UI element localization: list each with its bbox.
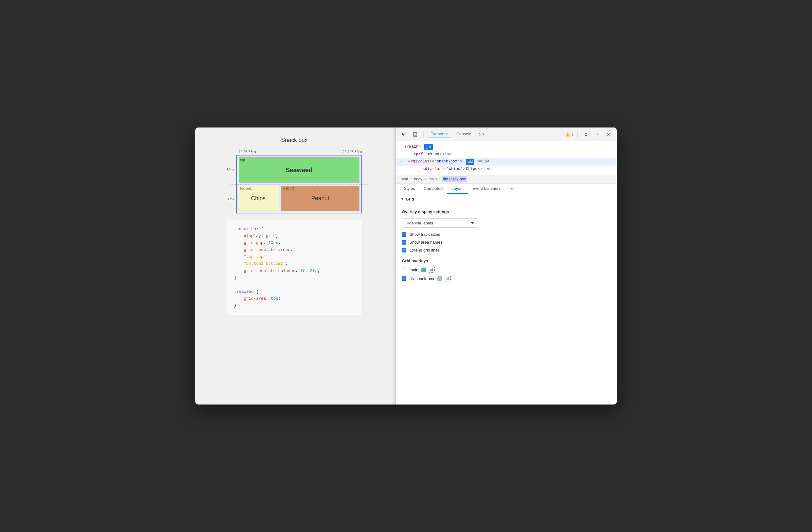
cell-bottom2: bottom2 Peanut — [281, 186, 360, 211]
grid-demo-container: 1fr·96.66px 2fr·193.32px 80px 80px top S… — [227, 150, 362, 213]
code-selector-2: .seaweed — [234, 289, 253, 294]
dom-text-chips: Chips — [466, 166, 477, 173]
overlay-row-main: main — [402, 267, 610, 272]
overlay-dropdown[interactable]: Hide line labels Show line numbers Show … — [402, 219, 477, 228]
dom-indent-3 — [400, 166, 422, 173]
devtools-toolbar: Elements Console >> ⚠️ 1 ⚙ ⋮ ✕ — [396, 127, 617, 141]
track-label-2: 2fr·193.32px — [343, 150, 362, 154]
more-options-btn[interactable]: ⋮ — [593, 130, 601, 139]
code-selector-1: .snack-box — [234, 227, 259, 232]
tab-elements[interactable]: Elements — [427, 130, 451, 138]
dom-attr-value-chips: "chips" — [447, 166, 462, 173]
swatch-snack-box — [437, 276, 442, 281]
dom-tag-p: <p> — [414, 151, 420, 158]
area-bottom1-label: bottom1 — [240, 187, 251, 190]
toolbar-separator-2 — [577, 131, 578, 138]
checkbox-label-track-sizes: Show track sizes — [409, 232, 440, 237]
dom-row-chips[interactable]: <div class= "chips" > Chips </div> — [396, 166, 617, 173]
dom-tag-div-close-bracket: > — [460, 158, 462, 165]
tab-console[interactable]: Console — [453, 130, 475, 138]
checkbox-row-track-sizes: Show track sizes — [402, 232, 610, 237]
code-block-2: .seaweed { grid-area: top; } — [234, 288, 355, 309]
checkbox-label-extend-grid: Extend grid lines — [409, 248, 440, 252]
row-height-2: 80px — [227, 197, 234, 201]
dom-badge-grid: grid — [424, 144, 433, 150]
breadcrumb: html › body › main › div.snack-box — [396, 175, 617, 183]
checkbox-label-area-names: Show area names — [409, 240, 443, 244]
dom-arrow: ▼ — [404, 144, 406, 150]
tab-event-listeners[interactable]: Event Listeners — [468, 183, 505, 194]
grid-section-title: Grid — [406, 197, 414, 201]
bc-sep-3: › — [439, 177, 440, 181]
checkbox-extend-grid-lines[interactable] — [402, 248, 406, 252]
settings-btn[interactable]: ⚙ — [581, 130, 590, 139]
dom-row-div-snack-box[interactable]: ··· ▼ <div class= "snack-box" > grid == … — [396, 158, 617, 166]
bc-main[interactable]: main — [427, 176, 438, 182]
cell-top: top Seaweed — [239, 157, 360, 183]
panel-content: ▼ Grid Overlay display settings Hide lin… — [396, 194, 617, 405]
overlay-label-main: main — [409, 268, 418, 272]
cell-bottom1: bottom1 Chips — [239, 186, 278, 211]
toolbar-separator-1 — [423, 131, 424, 138]
dom-row-p[interactable]: <p> Snack box </p> — [396, 151, 617, 158]
dom-attr-chips: class= — [432, 166, 446, 173]
checkbox-show-area-names[interactable] — [402, 240, 406, 244]
dom-indent-2 — [400, 151, 413, 158]
checkbox-main-overlay[interactable] — [402, 268, 406, 272]
bc-sep-2: › — [425, 177, 426, 181]
bc-body[interactable]: body — [413, 176, 424, 182]
more-tabs-btn[interactable]: >> — [477, 130, 486, 139]
dom-eq: == $0 — [478, 158, 489, 165]
grid-track-labels: 1fr·96.66px 2fr·193.32px — [227, 150, 362, 155]
swatch-main — [421, 268, 426, 272]
dom-tag-chips-close: </div> — [478, 166, 492, 173]
inspect-icon-btn[interactable] — [411, 130, 420, 139]
dom-row-main[interactable]: ▼ <main> grid — [396, 143, 617, 151]
dom-tag-div-open: <div — [411, 158, 420, 165]
checkbox-row-area-names: Show area names — [402, 240, 610, 244]
dom-badge-grid-2: grid — [466, 159, 474, 165]
dom-tag-chips-open: <div — [423, 166, 432, 173]
dom-tree: ▼ <main> grid <p> Snack box </p> ··· ▼ <… — [396, 141, 617, 175]
grid-visual: top Seaweed bottom1 Chips bottom2 Peanut — [236, 155, 362, 213]
dom-text-p: Snack box — [421, 151, 441, 158]
grid-demo-row: 80px 80px top Seaweed bottom1 Chips — [227, 155, 362, 213]
overlay-row-snack-box: div.snack-box — [402, 276, 610, 281]
row-height-1: 80px — [227, 168, 234, 171]
cursor-icon-btn[interactable] — [400, 130, 408, 139]
cell-bottom1-text: Chips — [251, 195, 265, 202]
tab-computed[interactable]: Computed — [419, 183, 447, 194]
track-label-1: 1fr·96.66px — [239, 150, 256, 154]
tab-more[interactable]: >> — [505, 183, 519, 194]
warning-icon: ⚠️ — [565, 132, 570, 137]
cell-bottom2-text: Peanut — [311, 195, 329, 202]
dom-indent — [400, 143, 404, 151]
warning-count: 1 — [571, 132, 574, 137]
area-bottom2-label: bottom2 — [283, 187, 294, 190]
checkbox-row-extend-grid: Extend grid lines — [402, 248, 610, 252]
checkbox-show-track-sizes[interactable] — [402, 232, 406, 237]
dom-dots: ··· — [400, 158, 406, 165]
bc-html[interactable]: html — [400, 176, 409, 182]
dom-tag-main: <main> — [407, 143, 420, 151]
warning-badge[interactable]: ⚠️ 1 — [565, 132, 574, 137]
panel-tabs: Styles Computed Layout Event Listeners >… — [396, 183, 617, 194]
checkbox-snack-box-overlay[interactable] — [402, 276, 406, 281]
overlay-label-snack-box: div.snack-box — [409, 276, 434, 281]
grid-icon-main[interactable] — [429, 267, 435, 272]
bc-sep-1: › — [410, 177, 412, 181]
section-body: Overlay display settings Hide line label… — [396, 204, 617, 290]
dom-arrow-2: ▼ — [408, 159, 410, 165]
close-btn[interactable]: ✕ — [604, 130, 613, 139]
grid-section-header: ▼ Grid — [396, 194, 617, 204]
bc-div-snack-box[interactable]: div.snack-box — [442, 176, 467, 182]
code-block-1: .snack-box { display: grid; grid-gap: 10… — [234, 226, 355, 281]
area-top-label: top — [240, 158, 245, 162]
dom-attr-class: class= — [420, 158, 434, 165]
devtools-panel: Elements Console >> ⚠️ 1 ⚙ ⋮ ✕ ▼ <main> — [395, 127, 617, 405]
grid-icon-snack-box[interactable] — [445, 276, 451, 281]
tab-layout[interactable]: Layout — [447, 183, 468, 194]
viewport-title: Snack box — [281, 137, 307, 143]
tab-styles[interactable]: Styles — [400, 183, 419, 194]
cell-top-text: Seaweed — [286, 167, 313, 174]
